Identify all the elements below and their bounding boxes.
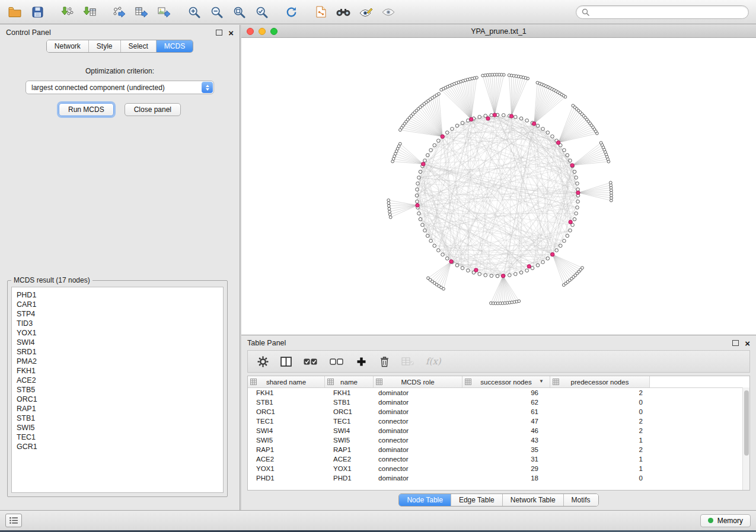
graph-hub-node[interactable] (474, 268, 478, 272)
graph-hub-node[interactable] (509, 114, 513, 118)
graph-leaf-node[interactable] (440, 88, 443, 91)
graph-node[interactable] (575, 176, 578, 180)
window-minimize-button[interactable] (259, 28, 266, 35)
graph-node[interactable] (508, 274, 512, 277)
graph-node[interactable] (461, 267, 464, 270)
graph-node[interactable] (546, 257, 550, 261)
mcds-node-item[interactable]: STP4 (17, 309, 218, 319)
graph-node[interactable] (455, 124, 459, 127)
float-panel-icon[interactable] (216, 30, 222, 36)
create-column-button[interactable] (355, 357, 367, 367)
graph-hub-node[interactable] (527, 265, 531, 268)
graph-hub-node[interactable] (422, 162, 425, 166)
column-header-name[interactable]: name (325, 376, 374, 387)
graph-node[interactable] (484, 274, 487, 277)
graph-hub-node[interactable] (501, 274, 505, 278)
graph-node[interactable] (467, 269, 470, 273)
graph-hub-node[interactable] (416, 203, 419, 207)
graph-node[interactable] (541, 261, 545, 264)
table-row[interactable]: SWI4SWI4dominator462 (248, 426, 749, 435)
graph-node[interactable] (421, 223, 425, 227)
column-header-shared-name[interactable]: shared name (248, 376, 325, 387)
table-row[interactable]: TEC1TEC1connector472 (248, 416, 749, 426)
table-row[interactable]: SWI5SWI5connector431 (248, 435, 749, 445)
graph-hub-node[interactable] (449, 259, 453, 263)
graph-node[interactable] (423, 159, 427, 162)
graph-node[interactable] (423, 229, 427, 232)
graph-node[interactable] (426, 153, 429, 157)
table-tab-node-table[interactable]: Node Table (399, 494, 451, 506)
graph-node[interactable] (419, 217, 422, 221)
graph-hub-node[interactable] (551, 252, 554, 256)
graph-hub-node[interactable] (576, 191, 580, 194)
graph-node[interactable] (573, 217, 576, 221)
table-row[interactable]: ORC1ORC1dominator610 (248, 407, 749, 416)
column-header-mcds-role[interactable]: MCDS role (374, 376, 462, 387)
graph-hub-node[interactable] (569, 220, 572, 224)
graph-node[interactable] (576, 206, 579, 210)
table-options-button[interactable] (257, 356, 269, 367)
export-image-button[interactable] (157, 4, 172, 20)
find-button[interactable] (336, 4, 351, 20)
select-all-button[interactable] (303, 357, 318, 366)
import-table-from-file-button[interactable] (82, 4, 97, 20)
table-row[interactable]: RAP1RAP1dominator352 (248, 445, 749, 454)
window-close-button[interactable] (247, 28, 254, 35)
clone-network-button[interactable] (313, 4, 328, 20)
mcds-node-item[interactable]: STB5 (17, 385, 218, 395)
graph-node[interactable] (433, 143, 436, 147)
graph-leaf-node[interactable] (609, 181, 612, 184)
toggle-graphics-details-button[interactable] (358, 4, 374, 20)
graph-node[interactable] (417, 212, 421, 216)
graph-node[interactable] (514, 116, 518, 119)
graph-node[interactable] (429, 239, 433, 243)
graph-node[interactable] (415, 194, 419, 197)
graph-node[interactable] (563, 239, 566, 243)
save-session-button[interactable] (30, 4, 45, 20)
zoom-fit-content-button[interactable] (231, 4, 247, 20)
tab-mcds[interactable]: MCDS (157, 40, 193, 52)
graph-node[interactable] (478, 273, 481, 276)
graph-node[interactable] (502, 114, 505, 117)
graph-node[interactable] (514, 273, 518, 276)
graph-leaf-node[interactable] (442, 287, 445, 290)
graph-node[interactable] (536, 264, 540, 267)
scrollbar-thumb[interactable] (744, 390, 749, 456)
run-mcds-button[interactable]: Run MCDS (59, 103, 114, 116)
mcds-node-item[interactable]: PHD1 (17, 290, 218, 300)
graph-node[interactable] (576, 182, 579, 185)
zoom-out-button[interactable] (209, 4, 224, 20)
mcds-node-item[interactable]: YOX1 (17, 328, 218, 338)
graph-leaf-node[interactable] (391, 160, 394, 163)
graph-leaf-node[interactable] (387, 204, 390, 207)
mcds-node-item[interactable]: CAR1 (17, 300, 218, 309)
graph-leaf-node[interactable] (599, 142, 602, 145)
table-tab-network-table[interactable]: Network Table (503, 494, 564, 506)
graph-node[interactable] (433, 244, 436, 248)
table-row[interactable]: YOX1YOX1connector291 (248, 464, 749, 473)
graph-leaf-node[interactable] (399, 129, 402, 132)
graph-hub-node[interactable] (493, 113, 496, 117)
graph-hub-node[interactable] (441, 134, 444, 138)
close-panel-icon[interactable]: × (228, 30, 234, 36)
mcds-node-item[interactable]: TEC1 (17, 432, 218, 442)
export-table-button[interactable] (134, 4, 149, 20)
zoom-selected-button[interactable] (254, 4, 269, 20)
graph-node[interactable] (445, 257, 449, 261)
mcds-node-item[interactable]: RAP1 (17, 404, 218, 414)
import-network-from-file-button[interactable] (59, 4, 75, 20)
graph-node[interactable] (566, 153, 569, 157)
apply-preferred-layout-button[interactable] (283, 4, 299, 20)
mcds-node-item[interactable]: ORC1 (17, 395, 218, 404)
graph-node[interactable] (429, 149, 433, 152)
mcds-node-item[interactable]: STB1 (17, 414, 218, 423)
column-header-successor-nodes[interactable]: successor nodes▼ (462, 376, 550, 387)
mcds-node-item[interactable]: GCR1 (17, 442, 218, 451)
table-row[interactable]: ACE2ACE2connector311 (248, 454, 749, 464)
graph-node[interactable] (445, 131, 449, 134)
graph-node[interactable] (569, 159, 572, 162)
graph-leaf-node[interactable] (536, 81, 539, 84)
graph-hub-node[interactable] (532, 122, 536, 126)
graph-node[interactable] (519, 117, 523, 120)
delete-columns-button[interactable] (378, 356, 390, 367)
